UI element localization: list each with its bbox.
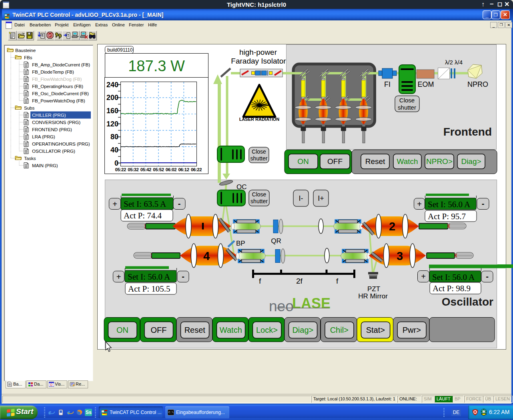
svg-text:FBs: FBs xyxy=(24,55,32,60)
svg-text:06:02: 06:02 xyxy=(166,167,176,172)
svg-text:Set I: 56.0 A: Set I: 56.0 A xyxy=(432,272,475,282)
svg-text:BP: BP xyxy=(236,240,245,247)
svg-text:e: e xyxy=(67,409,70,416)
svg-text:06:22: 06:22 xyxy=(191,167,202,172)
svg-text:I+: I+ xyxy=(318,194,324,202)
svg-text:06:12: 06:12 xyxy=(178,167,189,172)
svg-text:QR: QR xyxy=(271,237,281,245)
svg-text:FB_FlowWatchDog (FB): FB_FlowWatchDog (FB) xyxy=(32,76,82,82)
svg-text:OFF: OFF xyxy=(151,326,167,334)
svg-text:FB_Amp_DiodeCurrent (FB): FB_Amp_DiodeCurrent (FB) xyxy=(32,62,90,67)
svg-text:I-: I- xyxy=(299,194,303,202)
svg-text:Ss: Ss xyxy=(86,410,92,415)
svg-text:Close: Close xyxy=(399,97,415,104)
svg-text:FI: FI xyxy=(384,80,391,88)
svg-text:LRA (PRG): LRA (PRG) xyxy=(32,134,55,139)
svg-text:Diag>: Diag> xyxy=(461,157,481,166)
svg-text:Act P: 95.7: Act P: 95.7 xyxy=(428,212,466,221)
svg-text:Oscillator: Oscillator xyxy=(442,296,493,308)
svg-text:Chil>: Chil> xyxy=(330,326,349,334)
svg-text:Tasks: Tasks xyxy=(24,156,36,161)
svg-text:2: 2 xyxy=(389,220,395,233)
svg-text:120: 120 xyxy=(106,120,118,128)
svg-text:MAIN (PRG): MAIN (PRG) xyxy=(32,163,58,168)
svg-text:187.3 W: 187.3 W xyxy=(128,58,185,74)
svg-text:EOM: EOM xyxy=(417,80,434,88)
svg-text:CONVERSIONS (PRG): CONVERSIONS (PRG) xyxy=(32,120,80,125)
svg-text:ON: ON xyxy=(297,157,309,166)
svg-text:shutter: shutter xyxy=(250,198,268,204)
svg-text:0: 0 xyxy=(114,159,118,167)
svg-text:240: 240 xyxy=(106,81,118,89)
svg-text:OFF: OFF xyxy=(327,157,343,166)
svg-text:Stat>: Stat> xyxy=(366,326,385,334)
svg-text:Lock>: Lock> xyxy=(256,326,278,334)
svg-text:05:42: 05:42 xyxy=(140,167,151,172)
svg-text:Reset: Reset xyxy=(365,157,385,166)
svg-text:HR Mirror: HR Mirror xyxy=(358,292,388,300)
svg-text:200: 200 xyxy=(106,94,118,102)
svg-text:Watch: Watch xyxy=(397,157,418,166)
svg-text:f: f xyxy=(336,277,339,285)
svg-text:+: + xyxy=(116,272,121,281)
svg-text:C:\: C:\ xyxy=(168,411,174,414)
svg-text:Bausteine: Bausteine xyxy=(15,48,36,53)
svg-text:-: - xyxy=(486,272,489,281)
svg-text:Close: Close xyxy=(252,148,266,155)
svg-text:OSCILLATOR (PRG): OSCILLATOR (PRG) xyxy=(32,148,75,154)
svg-text:ST: ST xyxy=(48,34,52,37)
svg-text:Frontend: Frontend xyxy=(443,126,492,138)
svg-text:ON: ON xyxy=(116,326,128,334)
svg-text:Diag>: Diag> xyxy=(292,326,313,334)
svg-text:3: 3 xyxy=(397,250,403,262)
svg-text:FB_OperatingHours (FB): FB_OperatingHours (FB) xyxy=(32,84,83,89)
svg-text:80: 80 xyxy=(110,133,118,141)
svg-text:FB_DiodeTemp (FB): FB_DiodeTemp (FB) xyxy=(32,69,74,74)
svg-text:LASER RADIATION: LASER RADIATION xyxy=(239,117,280,122)
svg-text:PZT: PZT xyxy=(367,285,380,293)
svg-text:CHILLER (PRG): CHILLER (PRG) xyxy=(32,112,66,118)
svg-text:4: 4 xyxy=(203,250,210,262)
svg-text:high-power: high-power xyxy=(239,48,277,56)
svg-text:LASE: LASE xyxy=(292,295,331,312)
svg-text:Act P: 98.9: Act P: 98.9 xyxy=(433,284,471,293)
svg-text:Set I: 56.0 A: Set I: 56.0 A xyxy=(428,200,471,209)
svg-text:Act P: 105.5: Act P: 105.5 xyxy=(128,284,170,294)
svg-text:05:22: 05:22 xyxy=(115,167,126,172)
svg-text:160: 160 xyxy=(106,107,118,115)
svg-text:-: - xyxy=(482,199,485,208)
svg-text:neo: neo xyxy=(269,298,294,314)
svg-text:Close: Close xyxy=(252,191,267,198)
svg-text:shutter: shutter xyxy=(398,104,416,111)
svg-text:Faraday Isolator: Faraday Isolator xyxy=(231,57,286,65)
svg-text:Set I: 56.0 A: Set I: 56.0 A xyxy=(128,272,170,282)
svg-text:+: + xyxy=(421,272,426,281)
svg-text:Watch: Watch xyxy=(220,326,242,334)
svg-text:Set I: 63.5 A: Set I: 63.5 A xyxy=(124,199,166,209)
svg-text:2f: 2f xyxy=(296,277,303,285)
svg-text:f: f xyxy=(259,277,261,285)
svg-text:-: - xyxy=(182,272,184,281)
svg-text:05:32: 05:32 xyxy=(128,167,138,172)
svg-text:FRONTEND (PRG): FRONTEND (PRG) xyxy=(32,127,72,132)
svg-text:e: e xyxy=(48,409,51,416)
svg-text:Reset: Reset xyxy=(184,326,206,334)
svg-text:+: + xyxy=(112,200,117,208)
svg-text:FB_Osc_DiodeCurrent (FB): FB_Osc_DiodeCurrent (FB) xyxy=(32,91,89,96)
svg-text:Act P: 74.4: Act P: 74.4 xyxy=(124,211,162,220)
svg-text:-: - xyxy=(178,199,181,208)
svg-text:OPERATINGHOURS (PRG): OPERATINGHOURS (PRG) xyxy=(32,141,90,146)
svg-text:40: 40 xyxy=(110,146,118,154)
svg-text:Subs: Subs xyxy=(24,105,34,110)
svg-text:λ/2 λ/4: λ/2 λ/4 xyxy=(445,59,463,66)
svg-text:+: + xyxy=(417,200,422,208)
svg-text:05:52: 05:52 xyxy=(153,167,164,172)
svg-text:build091110: build091110 xyxy=(107,47,133,53)
svg-text:FB_PowerWatchDog (FB): FB_PowerWatchDog (FB) xyxy=(32,98,85,103)
svg-text:Pwr>: Pwr> xyxy=(403,326,421,334)
svg-text:shutter: shutter xyxy=(250,155,268,162)
svg-text:NPRO>: NPRO> xyxy=(426,157,453,166)
svg-text:NPRO: NPRO xyxy=(467,80,488,88)
